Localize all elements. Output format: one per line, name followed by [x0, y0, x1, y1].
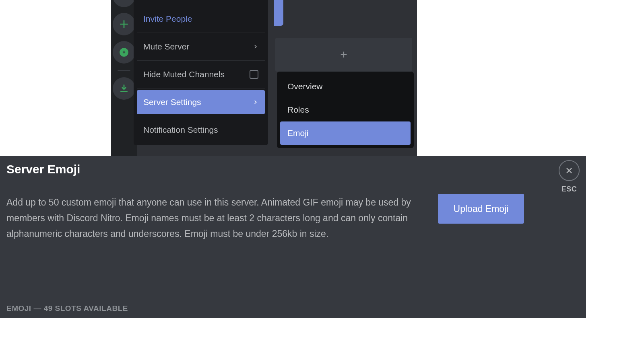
menu-divider: [137, 33, 265, 33]
server-context-menu: Invite People Mute Server Hide Muted Cha…: [134, 0, 268, 145]
server-emoji-settings-panel: Server Emoji Add up to 50 custom emoji t…: [0, 156, 586, 318]
submenu-label: Roles: [287, 105, 309, 115]
server-avatar[interactable]: [113, 0, 135, 7]
menu-divider: [137, 5, 265, 5]
menu-divider: [137, 60, 265, 61]
emoji-slots-remaining: EMOJI — 49 SLOTS AVAILABLE: [6, 304, 128, 313]
rail-separator: [118, 70, 130, 71]
explore-servers-button[interactable]: [113, 41, 135, 64]
close-icon: [559, 160, 580, 181]
add-server-button[interactable]: [113, 13, 135, 35]
top-menu-composite: + Invite People Mute Server: [111, 0, 417, 156]
chevron-right-icon: [253, 42, 258, 51]
server-settings-submenu: Overview Roles Emoji: [277, 72, 414, 148]
selected-channel-highlight: [274, 0, 283, 26]
server-rail: [111, 0, 137, 156]
menu-item-invite-people[interactable]: Invite People: [137, 7, 265, 31]
menu-item-server-settings[interactable]: Server Settings: [137, 90, 265, 114]
menu-item-notification-settings[interactable]: Notification Settings: [137, 118, 265, 142]
menu-divider: [137, 116, 265, 116]
menu-label: Hide Muted Channels: [143, 70, 225, 79]
close-button[interactable]: ESC: [559, 160, 580, 193]
page-title: Server Emoji: [6, 162, 80, 176]
upload-emoji-button[interactable]: Upload Emoji: [438, 194, 524, 224]
download-apps-button[interactable]: [113, 77, 135, 100]
submenu-label: Overview: [287, 82, 323, 91]
chevron-right-icon: [253, 98, 258, 107]
page-description: Add up to 50 custom emoji that anyone ca…: [6, 195, 417, 242]
checkbox-icon[interactable]: [250, 70, 258, 79]
menu-divider: [137, 88, 265, 88]
menu-item-hide-muted[interactable]: Hide Muted Channels: [137, 62, 265, 86]
plus-icon: +: [340, 48, 347, 62]
submenu-item-overview[interactable]: Overview: [280, 75, 411, 98]
menu-label: Notification Settings: [143, 125, 218, 135]
menu-label: Server Settings: [143, 97, 201, 107]
add-channel-row[interactable]: +: [275, 38, 412, 72]
menu-item-mute-server[interactable]: Mute Server: [137, 35, 265, 59]
submenu-item-roles[interactable]: Roles: [280, 98, 411, 121]
menu-label: Mute Server: [143, 42, 189, 51]
menu-label: Invite People: [143, 14, 192, 24]
esc-label: ESC: [561, 185, 577, 193]
submenu-label: Emoji: [287, 128, 309, 138]
submenu-item-emoji[interactable]: Emoji: [280, 121, 411, 145]
